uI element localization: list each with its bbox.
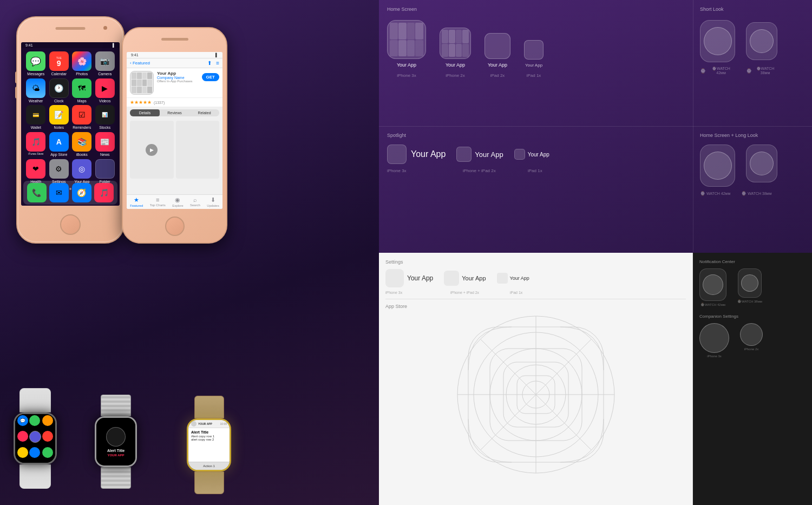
spotlight-icon-large: [387, 145, 407, 164]
dock-mail[interactable]: ✉: [49, 183, 69, 202]
app-messages[interactable]: 💬 Messages: [25, 51, 47, 76]
notif-38-label: ⌚WATCH 38мм: [737, 299, 762, 303]
settings-section: Settings Your App Your App Y: [385, 259, 686, 294]
watch2-screen: Alert Title YOUR APP: [96, 418, 135, 465]
watch3-notif-body: Alert Title Alert copy row 1 alert copy …: [188, 428, 230, 462]
iphone1-home-btn[interactable]: [60, 214, 81, 235]
watch1-screen: 💬: [15, 414, 55, 463]
screenshot-1: ▶: [130, 121, 174, 179]
tab-featured[interactable]: ★ Featured: [130, 196, 143, 207]
watch1-crown: [55, 430, 57, 439]
app-info-section: Your App Company Name Offers In-App Purc…: [127, 68, 222, 98]
company-name[interactable]: Company Name: [157, 76, 199, 80]
get-button[interactable]: GET: [202, 73, 219, 81]
app-itunes[interactable]: 🎵 iTunes Store: [25, 132, 47, 157]
watch3-copy2: alert copy row 2: [191, 438, 227, 441]
iphone1-vol-up: [15, 71, 17, 83]
dock-music[interactable]: 🎵: [94, 183, 114, 202]
top-charts-label: Top Charts: [150, 204, 166, 207]
app-wallet[interactable]: 💳 Wallet: [25, 105, 47, 130]
explore-label: Explore: [172, 204, 183, 207]
app-ibooks[interactable]: 📚 iBooks: [71, 132, 93, 157]
settings-scales: iPhone 3x iPhone + iPad 2x iPad 1x: [385, 291, 686, 294]
app-videos[interactable]: ▶ Videos: [95, 78, 116, 103]
iphone1-vol-down: [15, 87, 17, 99]
iphone1-time: 9:41: [25, 43, 33, 47]
scale-labels: iPhone 3x iPhone 2x iPad 2x iPad 1x: [387, 73, 685, 78]
watch3-screen: YOUR APP 10:09 Alert Title Alert copy ro…: [188, 420, 230, 470]
app-reminders[interactable]: ☑ Reminders: [71, 105, 93, 130]
app-news[interactable]: 📰 News: [95, 132, 116, 157]
w1-icon-center: [29, 431, 41, 443]
app-stocks[interactable]: 📊 Stocks: [95, 105, 116, 130]
settings-ipad2x: Your App: [444, 271, 486, 286]
app-folder[interactable]: Folder: [95, 159, 116, 184]
home-long-look-circles: [700, 145, 806, 187]
icon-small-label: Your App: [488, 62, 507, 68]
short-look-section: Short Look ⌚: [693, 0, 812, 126]
watch3: YOUR APP 10:09 Alert Title Alert copy ro…: [187, 396, 231, 494]
app-camera[interactable]: 📷 Camera: [95, 51, 116, 76]
watch2-alert-app: YOUR APP: [107, 454, 124, 457]
watch3-action[interactable]: Action 1: [188, 462, 230, 470]
app-settings[interactable]: ⚙ Settings: [49, 159, 70, 184]
spotlight-scales: iPhone 3x iPhone + iPad 2x iPad 1x: [387, 168, 685, 173]
spotlight-app-name-3: Your App: [528, 152, 549, 158]
tab-details[interactable]: Details: [130, 109, 160, 116]
notif-circles: ⌚WATCH 42мм ⌚WATCH 38мм: [699, 268, 806, 306]
back-arrow-icon[interactable]: ‹ Featured: [130, 61, 150, 65]
tab-explore[interactable]: ◉ Explore: [172, 196, 183, 207]
icon-template-svg: [455, 313, 617, 476]
tab-search[interactable]: ⌕ Search: [190, 196, 200, 207]
dock-safari[interactable]: 🧭: [72, 183, 91, 202]
app-appstore[interactable]: A App Store: [49, 132, 70, 157]
watch3-band-top: [194, 396, 224, 418]
share-icon[interactable]: ⬆: [207, 60, 212, 66]
spotlight-icon-small: [514, 149, 525, 160]
icon-iphone2x: Your App: [440, 28, 471, 68]
app-photos[interactable]: 🌸 Photos: [71, 51, 93, 76]
watch-38mm-display: [746, 22, 777, 60]
spotlight-scale-2: iPhone + iPad 2x: [463, 168, 517, 173]
iphone2-home-btn[interactable]: [165, 217, 185, 236]
watch3-band-bottom: [194, 471, 224, 494]
menu-icon[interactable]: ≡: [216, 60, 219, 66]
app-notes[interactable]: 📝 Notes: [49, 105, 70, 130]
companion-settings-section: Companion Settings iPhone 3x iPhone 2x: [699, 314, 806, 358]
watch2: Alert Title YOUR APP: [95, 395, 137, 489]
icon-ipad1x: Your App: [524, 40, 543, 68]
app-weather[interactable]: 🌤 Weather: [25, 78, 47, 103]
tab-related[interactable]: Related: [189, 109, 219, 116]
iphone2-container: 9:41 ▌ ‹ Featured ⬆ ≡: [122, 27, 227, 244]
app-calendar[interactable]: TUE 9 Calendar: [49, 51, 70, 76]
tab-reviews[interactable]: Reviews: [160, 109, 189, 116]
app-health[interactable]: ❤ Health: [25, 159, 47, 184]
notif-38-circle: [741, 274, 758, 292]
scale-iphone2x: iPhone 2x: [440, 73, 471, 78]
settings-icon-medium: [444, 271, 459, 286]
watch-icon-38: ⌚: [746, 68, 752, 74]
watch38-label: ⌚ ⌚WATCH 38мм: [746, 67, 777, 75]
icon-tiny-label: Your App: [525, 63, 542, 68]
settings-name-3: Your App: [510, 276, 529, 281]
notif-42-circle: [703, 274, 723, 295]
app-yourapp[interactable]: ◎ Your App: [71, 159, 93, 184]
w1-icon-2: [29, 415, 40, 426]
spotlight-app-name-1: Your App: [411, 149, 446, 159]
play-button-icon[interactable]: ▶: [146, 144, 158, 156]
watch-42mm-short: [700, 20, 735, 62]
watch3-notif-header: YOUR APP 10:09: [188, 420, 230, 428]
stars-display: ★★★★★: [130, 100, 152, 105]
tab-updates[interactable]: ⬇ Updates: [207, 196, 219, 207]
dock-phone[interactable]: 📞: [27, 183, 47, 202]
short-look-label: Short Look: [700, 6, 806, 12]
settings-items: Your App Your App Your App: [385, 269, 686, 287]
watch3-time: 10:09: [220, 422, 227, 425]
watch1-band-top: [19, 388, 51, 412]
app-clock[interactable]: 🕐 Clock: [49, 78, 70, 103]
app-maps[interactable]: 🗺 Maps: [71, 78, 93, 103]
get-button-container: GET: [202, 71, 219, 95]
settings-name-1: Your App: [407, 274, 433, 282]
settings-scale-3: iPad 1x: [510, 291, 522, 294]
tab-top-charts[interactable]: ≡ Top Charts: [150, 196, 166, 207]
